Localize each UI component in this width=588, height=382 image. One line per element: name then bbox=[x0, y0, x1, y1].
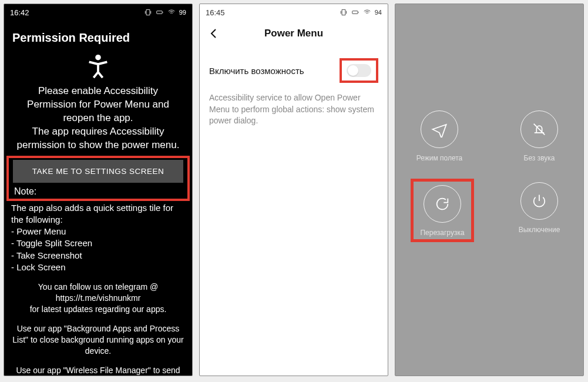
power-item-airplane[interactable]: Режим полета bbox=[413, 110, 466, 162]
accessibility-icon bbox=[85, 53, 112, 80]
bell-off-icon bbox=[520, 110, 558, 148]
promo-2: Use our app "Wireless File Manager" to s… bbox=[11, 365, 185, 376]
power-item-silent[interactable]: Без звука bbox=[513, 110, 566, 162]
settings-header: Power Menu bbox=[200, 21, 388, 46]
permission-body: Please enable Accessibility Permission f… bbox=[4, 53, 192, 201]
power-item-poweroff[interactable]: Выключение bbox=[513, 182, 566, 240]
toggle-row: Включить возможность bbox=[200, 46, 388, 90]
power-item-restart[interactable]: Перезагрузка bbox=[416, 185, 469, 237]
highlight-toggle bbox=[340, 58, 378, 83]
toggle-description: Accessibility service to allow Open Powe… bbox=[200, 90, 388, 129]
battery-level: 94 bbox=[375, 9, 382, 16]
page-title: Permission Required bbox=[4, 21, 192, 49]
highlight-restart: Перезагрузка bbox=[411, 179, 474, 242]
power-item-label: Выключение bbox=[513, 226, 566, 234]
battery-level: 99 bbox=[179, 9, 186, 16]
power-item-label: Без звука bbox=[513, 154, 566, 162]
svg-point-1 bbox=[96, 55, 100, 60]
accessibility-toggle[interactable] bbox=[347, 64, 371, 77]
svg-rect-0 bbox=[157, 11, 162, 14]
screen-power-overlay: Режим полета Без звука Перезагрузка Выкл… bbox=[395, 4, 584, 376]
highlight-settings-button: TAKE ME TO SETTINGS SCREEN Note: bbox=[6, 156, 190, 201]
promo-1: Use our app "Background Apps and Process… bbox=[11, 323, 185, 357]
vibrate-icon bbox=[144, 8, 152, 16]
back-button[interactable] bbox=[207, 26, 221, 41]
tile-item: - Take Screenshot bbox=[11, 250, 185, 262]
status-time: 16:45 bbox=[206, 8, 225, 17]
svg-rect-2 bbox=[352, 11, 358, 14]
take-me-to-settings-button[interactable]: TAKE ME TO SETTINGS SCREEN bbox=[13, 160, 183, 183]
vibrate-icon bbox=[340, 8, 348, 16]
follow-text: You can follow us on telegram @ https://… bbox=[11, 282, 185, 315]
status-icons: 99 bbox=[144, 8, 186, 16]
battery-icon bbox=[156, 8, 164, 16]
power-item-label: Режим полета bbox=[413, 154, 466, 162]
screen-power-menu-settings: 16:45 94 Power Menu Включить возможность… bbox=[199, 4, 388, 376]
permission-message: Please enable Accessibility Permission f… bbox=[6, 85, 190, 152]
note-label: Note: bbox=[11, 186, 186, 197]
permission-rest: The app also adds a quick settings tile … bbox=[4, 201, 192, 376]
power-icon bbox=[520, 182, 558, 220]
restart-icon bbox=[424, 185, 461, 223]
wifi-icon bbox=[363, 8, 371, 16]
chevron-left-icon bbox=[207, 26, 221, 41]
tile-item: - Lock Screen bbox=[11, 262, 185, 273]
power-grid: Режим полета Без звука Перезагрузка Выкл… bbox=[413, 110, 566, 240]
airplane-icon bbox=[421, 110, 458, 148]
status-time: 16:42 bbox=[10, 8, 29, 17]
note-body: The app also adds a quick settings tile … bbox=[11, 202, 185, 226]
settings-title: Power Menu bbox=[264, 28, 323, 39]
status-icons: 94 bbox=[340, 8, 382, 16]
battery-icon bbox=[351, 8, 359, 16]
tile-item: - Toggle Split Screen bbox=[11, 237, 185, 249]
status-bar: 16:45 94 bbox=[200, 4, 388, 21]
toggle-label: Включить возможность bbox=[209, 66, 304, 76]
tile-item: - Power Menu bbox=[11, 226, 185, 237]
wifi-icon bbox=[167, 8, 176, 16]
power-item-label: Перезагрузка bbox=[416, 229, 469, 237]
screen-permission-required: 16:42 99 Permission Required Please enab… bbox=[4, 4, 193, 376]
status-bar: 16:42 99 bbox=[4, 4, 192, 21]
